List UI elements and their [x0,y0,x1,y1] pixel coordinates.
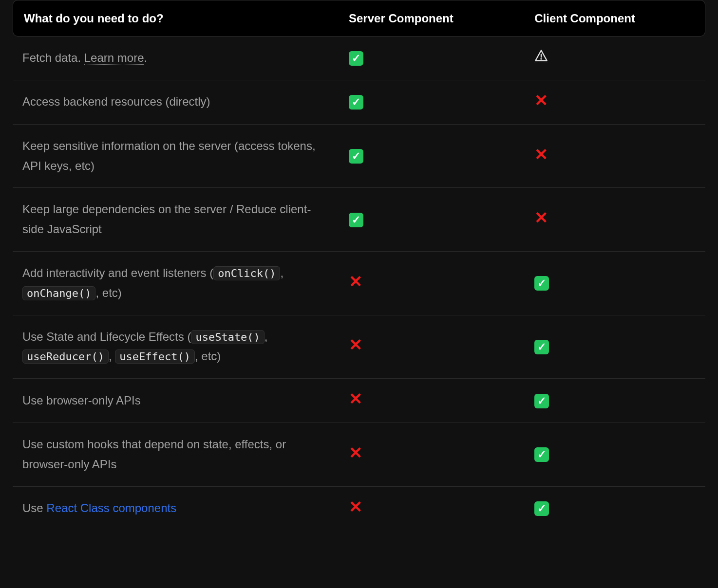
table-row: Keep large dependencies on the server / … [13,188,705,252]
row-description: Keep large dependencies on the server / … [13,188,339,252]
text-run: Access backend resources (directly) [22,95,210,108]
server-cell [339,315,525,379]
check-icon [534,394,549,408]
cross-icon [349,336,362,353]
comparison-table-wrap: What do you need to do? Server Component… [0,0,718,534]
server-cell [339,423,525,487]
server-cell [339,37,525,80]
code-token: useState() [191,330,264,344]
check-icon [534,276,549,291]
text-run: Use browser-only APIs [22,394,141,407]
row-description: Use State and Lifecycle Effects (useStat… [13,315,339,379]
server-cell [339,188,525,252]
cross-icon [349,273,362,290]
check-icon [349,213,363,227]
text-run: . [144,51,147,64]
cross-icon [349,444,362,461]
cross-icon [534,146,548,163]
client-cell [525,37,705,80]
text-run: , [265,330,268,343]
client-cell [525,487,705,522]
client-cell [525,315,705,379]
text-run: , etc) [95,286,121,299]
client-cell [525,80,705,125]
row-description: Use React Class components [13,487,339,522]
text-run: , [109,349,115,363]
cross-icon [349,390,362,407]
server-cell [339,125,525,188]
check-icon [349,95,363,110]
check-icon [349,149,363,164]
client-cell [525,379,705,423]
check-icon [534,447,549,462]
check-icon [534,501,549,516]
table-row: Use State and Lifecycle Effects (useStat… [13,315,705,379]
text-run: Keep sensitive information on the server… [22,139,316,172]
text-run: , [280,266,283,279]
svg-point-1 [541,59,542,59]
code-token: useEffect() [115,349,195,364]
comparison-table: What do you need to do? Server Component… [13,0,705,521]
table-row: Use custom hooks that depend on state, e… [13,423,705,487]
client-cell [525,252,705,315]
server-cell [339,379,525,423]
table-row: Add interactivity and event listeners (o… [13,252,705,315]
check-icon [534,340,549,354]
header-what: What do you need to do? [13,0,339,37]
check-icon [349,51,363,66]
client-cell [525,125,705,188]
cross-icon [534,209,548,226]
text-run: Use State and Lifecycle Effects ( [22,330,191,343]
text-run: Keep large dependencies on the server / … [22,202,311,236]
code-token: useReducer() [22,349,109,364]
row-description: Fetch data. Learn more. [13,37,339,80]
doc-link[interactable]: React Class components [46,501,176,514]
table-row: Access backend resources (directly) [13,80,705,125]
row-description: Use custom hooks that depend on state, e… [13,423,339,487]
header-client: Client Component [525,0,705,37]
row-description: Add interactivity and event listeners (o… [13,252,339,315]
row-description: Keep sensitive information on the server… [13,125,339,188]
text-run: Use custom hooks that depend on state, e… [22,438,286,471]
client-cell [525,423,705,487]
table-row: Fetch data. Learn more. [13,37,705,80]
server-cell [339,252,525,315]
text-run: , etc) [195,349,221,363]
text-run: Add interactivity and event listeners ( [22,266,213,279]
code-token: onClick() [213,266,280,280]
learn-more-link[interactable]: Learn more [84,51,144,65]
text-run: Use [22,501,46,514]
row-description: Access backend resources (directly) [13,80,339,125]
header-server: Server Component [339,0,525,37]
server-cell [339,80,525,125]
table-row: Keep sensitive information on the server… [13,125,705,188]
cross-icon [534,92,548,109]
table-row: Use browser-only APIs [13,379,705,423]
text-run: Fetch data. [22,51,84,64]
table-header-row: What do you need to do? Server Component… [13,0,705,37]
client-cell [525,188,705,252]
row-description: Use browser-only APIs [13,379,339,423]
code-token: onChange() [22,286,95,300]
table-row: Use React Class components [13,487,705,522]
warning-icon[interactable] [534,49,548,62]
cross-icon [349,498,362,515]
server-cell [339,487,525,522]
